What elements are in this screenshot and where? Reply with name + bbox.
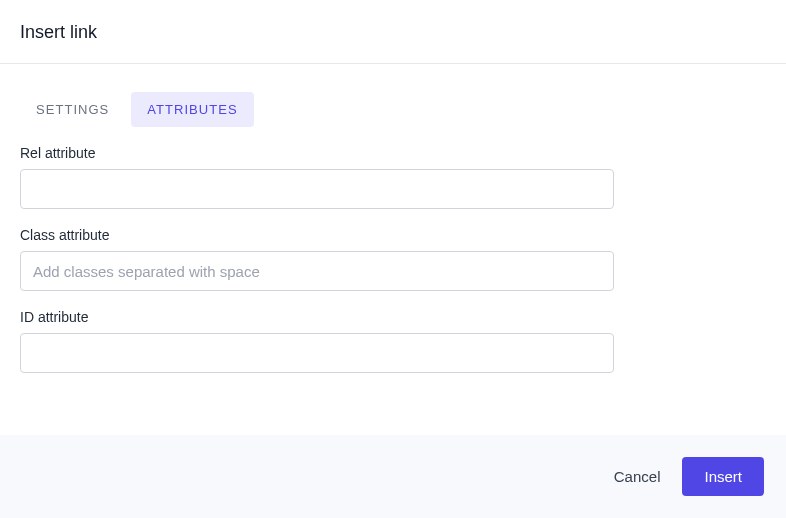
field-group-class: Class attribute xyxy=(20,227,766,291)
id-label: ID attribute xyxy=(20,309,766,325)
tab-attributes[interactable]: Attributes xyxy=(131,92,253,127)
rel-label: Rel attribute xyxy=(20,145,766,161)
cancel-button[interactable]: Cancel xyxy=(610,460,665,493)
insert-button[interactable]: Insert xyxy=(682,457,764,496)
dialog-header: Insert link xyxy=(0,0,786,64)
field-group-id: ID attribute xyxy=(20,309,766,373)
class-input[interactable] xyxy=(20,251,614,291)
form-body: Rel attribute Class attribute ID attribu… xyxy=(0,127,786,373)
class-label: Class attribute xyxy=(20,227,766,243)
tabs-row: Settings Attributes xyxy=(0,76,786,127)
dialog-title: Insert link xyxy=(20,22,766,43)
field-group-rel: Rel attribute xyxy=(20,145,766,209)
tab-settings[interactable]: Settings xyxy=(20,92,125,127)
id-input[interactable] xyxy=(20,333,614,373)
rel-input[interactable] xyxy=(20,169,614,209)
dialog-footer: Cancel Insert xyxy=(0,435,786,518)
